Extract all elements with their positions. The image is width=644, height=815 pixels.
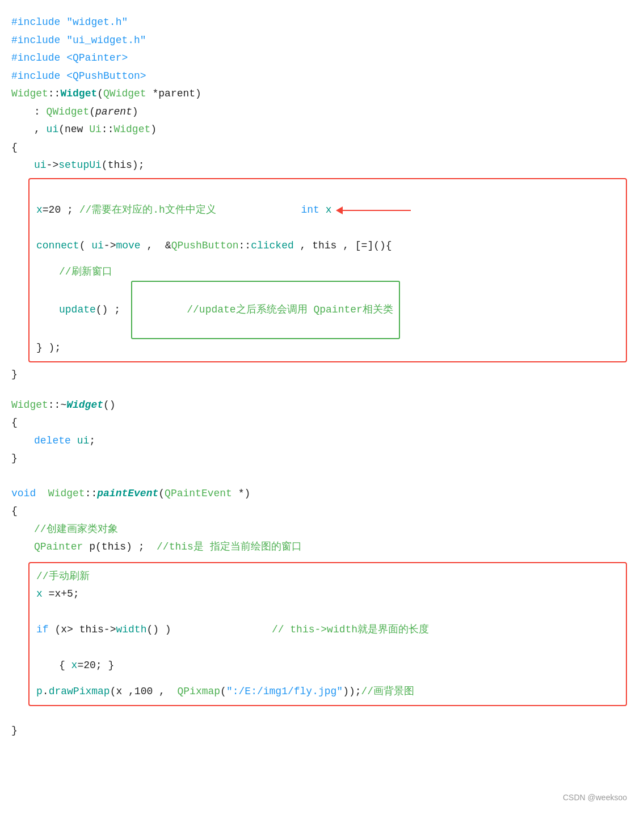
constructor-sig: Widget::Widget(QWidget *parent): [11, 85, 633, 103]
if-width-line: if (x> this->width() ) // this->width就是界…: [36, 603, 619, 657]
close-brace-destructor: }: [11, 450, 633, 468]
gap-4: [11, 710, 633, 722]
open-brace-destructor: {: [11, 414, 633, 432]
setup-ui-line: ui->setupUi(this);: [11, 157, 633, 175]
comment-painter-obj: //创建画家类对象: [11, 521, 633, 539]
include-line-2: #include "ui_widget.h": [11, 32, 633, 50]
destructor-sig: Widget::~Widget(): [11, 396, 633, 415]
watermark: CSDN @weeksoo: [563, 791, 627, 804]
init-list-1: : QWidget(parent): [11, 103, 633, 121]
update-line: update() ; //update之后系统会调用 Qpainter相关类: [36, 281, 619, 339]
open-brace-paint: {: [11, 502, 633, 521]
close-brace-constructor: }: [11, 366, 633, 384]
red-arrow: [336, 206, 411, 214]
blank-2: [36, 675, 619, 683]
gap-1: [11, 384, 633, 396]
include-line-1: #include "widget.h": [11, 14, 633, 32]
include-line-4: #include <QPushButton>: [11, 67, 633, 86]
code-area: #include "widget.h" #include "ui_widget.…: [11, 11, 633, 742]
comment-manual-refresh: //手动刷新: [36, 568, 619, 586]
include-keyword: #include: [11, 14, 66, 32]
x-assign-line: x=20 ; //需要在对应的.h文件中定义 int x: [36, 184, 619, 238]
red-box-constructor: x=20 ; //需要在对应的.h文件中定义 int x connect( ui…: [28, 178, 627, 363]
green-box-comment: //update之后系统会调用 Qpainter相关类: [131, 281, 400, 339]
connect-line: connect( ui->move , &QPushButton::clicke…: [36, 237, 619, 255]
close-lambda: } );: [36, 339, 619, 357]
comment-refresh: //刷新窗口: [36, 263, 619, 281]
red-box-paint: //手动刷新 x =x+5; if (x> this->width() ) //…: [28, 562, 627, 707]
blank-1: [36, 255, 619, 263]
close-brace-paint: }: [11, 722, 633, 740]
init-list-2: , ui(new Ui::Widget): [11, 121, 633, 139]
gap-3: [11, 480, 633, 485]
paint-event-sig: void Widget::paintEvent(QPaintEvent *): [11, 485, 633, 503]
draw-pixmap-line: p.drawPixmap(x ,100 , QPixmap(":/E:/img1…: [36, 683, 619, 701]
gap-2: [11, 468, 633, 480]
qpainter-line: QPainter p(this) ; //this是 指定当前绘图的窗口: [11, 538, 633, 556]
include-line-3: #include <QPainter>: [11, 49, 633, 67]
x-reset-line: { x=20; }: [36, 657, 619, 675]
delete-ui: delete ui;: [11, 432, 633, 450]
include-keyword-2: #include: [11, 32, 66, 50]
open-brace-constructor: {: [11, 139, 633, 157]
x-increment: x =x+5;: [36, 585, 619, 603]
